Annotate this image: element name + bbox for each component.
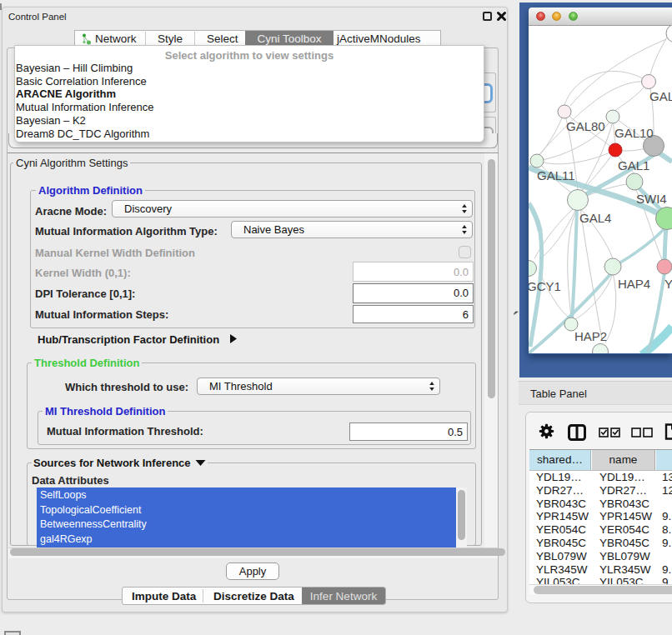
svg-text:GCY1: GCY1 [529, 279, 561, 293]
svg-text:GAL1: GAL1 [618, 158, 649, 172]
svg-text:GAL80: GAL80 [566, 119, 605, 133]
svg-text:HAP4: HAP4 [618, 277, 650, 291]
svg-text:GAL2: GAL2 [649, 89, 672, 103]
svg-text:GAL4: GAL4 [579, 211, 611, 225]
svg-text:SWI4: SWI4 [636, 192, 667, 206]
svg-text:HAP2: HAP2 [574, 329, 607, 343]
svg-text:YER0: YER0 [664, 277, 672, 291]
svg-text:GAL11: GAL11 [537, 168, 575, 182]
svg-text:GAL10: GAL10 [614, 126, 654, 140]
